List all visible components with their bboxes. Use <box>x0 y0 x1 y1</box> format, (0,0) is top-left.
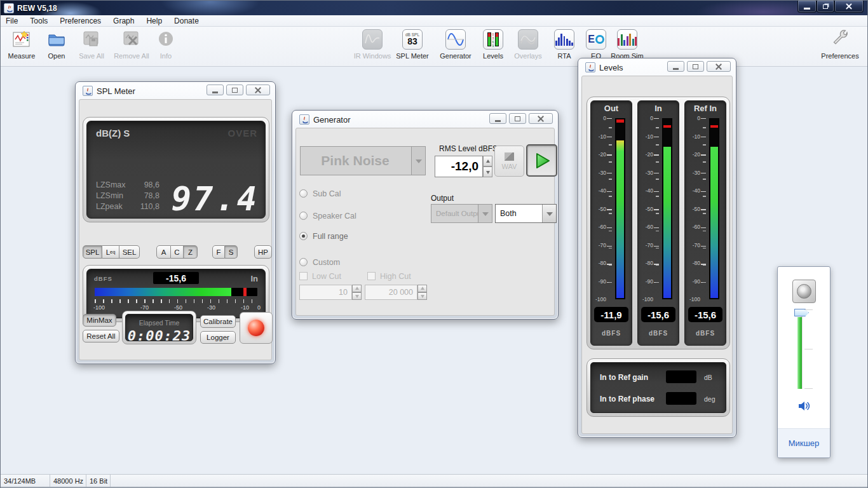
output-channel-combo[interactable]: Both <box>495 204 557 223</box>
menu-file[interactable]: File <box>6 17 18 25</box>
fast-button[interactable]: F <box>212 245 225 259</box>
toolbar-spl-meter[interactable]: dB SPL83 SPL Meter <box>391 29 433 65</box>
speaker-cone-icon <box>797 284 811 299</box>
meter-in-bar <box>662 118 672 299</box>
hp-button[interactable]: HP <box>254 245 272 259</box>
levels-icon: 0369 <box>482 29 504 50</box>
rta-icon <box>553 29 575 50</box>
room-sim-icon <box>616 29 638 50</box>
main-titlebar[interactable]: REW V5,18 <box>1 1 867 15</box>
full-range-radio[interactable] <box>299 232 308 240</box>
close-icon <box>537 115 545 123</box>
spl-restore-button[interactable] <box>226 85 243 95</box>
mute-speaker-button[interactable] <box>797 400 811 412</box>
speaker-device-icon <box>792 280 816 303</box>
menu-graph[interactable]: Graph <box>113 17 134 25</box>
levels-window-title: Levels <box>599 63 623 72</box>
toolbar-preferences[interactable]: Preferences <box>818 29 862 65</box>
spin-down-icon[interactable] <box>483 166 492 177</box>
toolbar-levels[interactable]: 0369 Levels <box>478 29 508 65</box>
spl-close-button[interactable] <box>246 85 270 95</box>
spl-window-titlebar[interactable]: SPL Meter <box>79 85 135 97</box>
full-range-label: Full range <box>313 232 348 241</box>
status-bit-depth: 16 Bit <box>86 475 111 487</box>
play-button[interactable] <box>526 144 557 177</box>
menu-help[interactable]: Help <box>146 17 162 25</box>
restore-button[interactable] <box>817 1 834 13</box>
eq-icon: E <box>585 29 607 50</box>
combo-arrow-icon <box>478 205 492 222</box>
signal-type-value: Pink Noise <box>301 153 410 168</box>
generator-minimize-button[interactable] <box>489 113 506 124</box>
meter-in-fill <box>663 147 671 298</box>
measure-icon <box>11 29 32 50</box>
generator-close-button[interactable] <box>529 113 553 124</box>
slow-button[interactable]: S <box>225 245 238 259</box>
sub-cal-radio[interactable] <box>299 189 308 198</box>
toolbar-generator[interactable]: Generator <box>435 29 477 65</box>
levels-minimize-button[interactable] <box>667 61 684 72</box>
levels-window-titlebar[interactable]: Levels <box>582 61 623 74</box>
toolbar-open[interactable]: Open <box>39 29 74 65</box>
custom-radio[interactable] <box>299 258 308 266</box>
low-cut-input: 10 <box>299 285 352 300</box>
leq-button[interactable]: Leq <box>102 245 119 259</box>
toolbar-rta[interactable]: RTA <box>553 29 576 65</box>
combo-arrow-icon <box>411 147 425 175</box>
toolbar-measure[interactable]: Measure <box>4 29 39 65</box>
in-to-ref-gain-value <box>666 370 696 383</box>
restore-icon <box>693 64 698 69</box>
spl-reading: 97.4 <box>172 180 259 218</box>
meter-out-bar <box>615 118 625 299</box>
app-java-icon <box>4 3 14 13</box>
sel-button[interactable]: SEL <box>119 245 140 259</box>
meter-ref-in: Ref In 0-10-20-30-40-50-60-70-80-90-100 … <box>684 100 726 346</box>
menu-donate[interactable]: Donate <box>174 17 199 25</box>
spl-statistics: LZSmax98,6 LZSmin78,8 LZpeak110,8 <box>96 180 159 213</box>
toolbar-info: Info <box>153 29 179 65</box>
speaker-sound-icon <box>797 400 811 412</box>
rms-level-stepper[interactable] <box>483 156 492 177</box>
menu-preferences[interactable]: Preferences <box>60 17 101 25</box>
c-weight-button[interactable]: C <box>171 245 184 259</box>
spin-up-icon[interactable] <box>483 156 492 166</box>
record-button[interactable] <box>240 312 273 344</box>
minimize-icon <box>212 92 218 93</box>
minimize-button[interactable] <box>797 1 817 13</box>
calibrate-button[interactable]: Calibrate <box>200 315 236 328</box>
minmax-button[interactable]: MinMax <box>83 314 116 327</box>
low-cut-checkbox <box>299 272 308 280</box>
logger-button[interactable]: Logger <box>200 331 236 344</box>
close-button[interactable] <box>834 1 864 13</box>
rew-main-window: REW V5,18 File Tools Preferences Graph H… <box>0 0 868 488</box>
meter-in-scale: 0-10-20-30-40-50-60-70-80-90-100 <box>638 118 660 299</box>
spl-button[interactable]: SPL <box>83 245 102 259</box>
z-weight-button[interactable]: Z <box>184 245 198 259</box>
levels-close-button[interactable] <box>707 61 731 72</box>
generator-restore-button[interactable] <box>509 113 526 124</box>
slider-tick <box>804 388 813 389</box>
open-folder-icon <box>46 29 67 50</box>
reset-all-button[interactable]: Reset All <box>83 330 119 342</box>
caption-buttons <box>797 1 864 13</box>
wav-button: WAV <box>494 146 524 177</box>
window-title: REW V5,18 <box>17 4 57 13</box>
rms-level-input[interactable]: -12,0 <box>435 156 483 177</box>
close-icon <box>254 86 262 94</box>
radio-selected-dot <box>302 234 305 238</box>
menu-tools[interactable]: Tools <box>30 17 48 25</box>
mixer-link[interactable]: Микшер <box>789 438 820 448</box>
output-label: Output <box>431 194 454 203</box>
spin-up-icon <box>352 285 362 292</box>
restore-icon <box>515 116 520 121</box>
meter-out: Out 0-10-20-30-40-50-60-70-80-90-100 -11… <box>590 100 632 346</box>
meter-out-fill <box>616 140 624 298</box>
a-weight-button[interactable]: A <box>156 245 171 259</box>
levels-restore-button[interactable] <box>687 61 704 72</box>
generator-window-titlebar[interactable]: Generator <box>296 113 351 126</box>
speaker-cal-radio[interactable] <box>299 212 308 220</box>
spl-minimize-button[interactable] <box>207 85 224 95</box>
remove-all-icon <box>121 29 142 50</box>
elapsed-time-label: Elapsed Time <box>126 319 193 327</box>
meter-ref-in-fill <box>710 147 718 298</box>
